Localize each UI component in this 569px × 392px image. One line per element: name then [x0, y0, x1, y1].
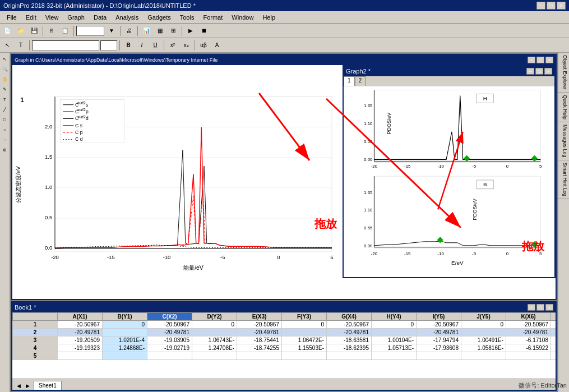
text-tool[interactable]: T: [1, 95, 10, 104]
arrow-tool-btn[interactable]: ↖: [1, 40, 13, 51]
menu-bar: FileEditViewGraphDataAnalysisGadgetsTool…: [0, 11, 569, 24]
sep8: [164, 40, 164, 50]
sep9: [195, 40, 195, 50]
rect-tool[interactable]: □: [1, 115, 10, 124]
sep1: [43, 26, 43, 36]
matrix-btn[interactable]: ⊞: [167, 25, 179, 36]
graph-minimize-btn[interactable]: −: [528, 57, 535, 63]
superscript-btn[interactable]: x²: [166, 40, 179, 51]
save-btn[interactable]: 💾: [28, 25, 40, 36]
stop-btn[interactable]: ⏹: [198, 25, 210, 36]
svg-text:PDOS/eV: PDOS/eV: [472, 199, 478, 220]
print-btn[interactable]: 🖨: [123, 25, 135, 36]
svg-rect-43: [374, 90, 540, 163]
svg-text:-20: -20: [371, 251, 378, 256]
maximize-button[interactable]: □: [547, 2, 556, 10]
menu-item-data[interactable]: Data: [89, 13, 111, 22]
svg-text:分波态密度/eV: 分波态密度/eV: [15, 166, 21, 203]
left-sidebar: ↖ 🔍 ✋ ✎ T ╱ □ ○ → ⊕: [0, 53, 10, 392]
menu-item-view[interactable]: View: [41, 13, 63, 22]
col-header-ex3: E(X3): [237, 313, 282, 321]
sheet-tab-1[interactable]: Sheet1: [34, 381, 62, 390]
arrow-tool[interactable]: →: [1, 135, 10, 144]
graph2-minimize-btn[interactable]: −: [526, 68, 534, 75]
greek-btn[interactable]: αβ: [197, 40, 210, 51]
svg-text:5: 5: [539, 164, 542, 169]
underline-btn[interactable]: U: [149, 40, 161, 51]
pan-tool[interactable]: ✋: [1, 75, 10, 84]
col-header-cx2[interactable]: C(X2): [147, 313, 192, 321]
graph2-tab-1[interactable]: 1: [344, 76, 355, 86]
minimize-button[interactable]: −: [536, 2, 545, 10]
spreadsheet-table-container[interactable]: A(X1) B(Y1) C(X2) D(Y2) E(X3) F(Y3) G(X4…: [12, 312, 556, 379]
book-close-btn[interactable]: ×: [545, 304, 553, 311]
run-btn[interactable]: ▶: [184, 25, 197, 36]
sidebar-quick-help[interactable]: Quick Help: [558, 93, 569, 122]
draw-tool[interactable]: ✎: [1, 85, 10, 94]
sidebar-object-explorer[interactable]: Object Explorer: [558, 53, 569, 93]
graph-maximize-btn[interactable]: □: [536, 57, 544, 63]
menu-item-window[interactable]: Window: [227, 13, 258, 22]
font-select[interactable]: Default: Arial: [32, 40, 99, 50]
line-tool[interactable]: ╱: [1, 105, 10, 114]
svg-text:-5: -5: [472, 251, 477, 256]
content-area: Graph in C:\Users\Administrator\AppData\…: [10, 53, 558, 392]
graph-btn[interactable]: 📊: [140, 25, 152, 36]
svg-rect-61: [374, 176, 540, 248]
graph2-close-btn[interactable]: ×: [544, 68, 552, 75]
symbol-btn[interactable]: Α: [211, 40, 223, 51]
pointer-tool[interactable]: ↖: [1, 54, 10, 63]
book-title-bar: Book1 * − □ ×: [12, 302, 556, 312]
table-btn[interactable]: ▦: [154, 25, 166, 36]
menu-item-analysis[interactable]: Analysis: [111, 13, 143, 22]
svg-text:2.0: 2.0: [45, 123, 52, 130]
menu-item-file[interactable]: File: [2, 13, 21, 22]
data-reader[interactable]: ⊕: [1, 145, 10, 154]
menu-item-edit[interactable]: Edit: [21, 13, 41, 22]
paste-btn[interactable]: 📋: [59, 25, 71, 36]
book-title: Book1 *: [15, 304, 36, 311]
sheet-scroll-right[interactable]: ▶: [24, 382, 31, 390]
menu-item-graph[interactable]: Graph: [63, 13, 89, 22]
book-maximize-btn[interactable]: □: [536, 304, 544, 311]
new-file-btn[interactable]: 📄: [1, 25, 13, 36]
open-btn[interactable]: 📁: [15, 25, 27, 36]
font-size-input[interactable]: 0: [100, 40, 117, 50]
svg-text:0: 0: [506, 164, 509, 169]
menu-item-gadgets[interactable]: Gadgets: [143, 13, 175, 22]
close-button[interactable]: ×: [557, 2, 566, 10]
svg-text:C p: C p: [75, 130, 83, 135]
bold-btn[interactable]: B: [122, 40, 135, 51]
svg-text:-20: -20: [371, 164, 378, 169]
menu-item-format[interactable]: Format: [198, 13, 227, 22]
col-header-hy4: H(Y4): [372, 313, 417, 321]
menu-item-help[interactable]: Help: [258, 13, 280, 22]
italic-btn[interactable]: I: [136, 40, 148, 51]
zoom-down-btn[interactable]: ▼: [105, 25, 118, 36]
graph2-maximize-btn[interactable]: □: [535, 68, 543, 75]
menu-item-tools[interactable]: Tools: [175, 13, 199, 22]
table-row: 2-20.49781-20.49781-20.49781-20.49781-20…: [13, 329, 556, 336]
table-row: 5: [13, 352, 556, 360]
sheet-scroll-left[interactable]: ◀: [15, 382, 22, 390]
zoom-tool[interactable]: 🔍: [1, 64, 10, 73]
graph2-tab-2[interactable]: 2: [355, 76, 366, 86]
text-tool-btn[interactable]: T: [15, 40, 27, 51]
book-minimize-btn[interactable]: −: [528, 304, 535, 311]
ellipse-tool[interactable]: ○: [1, 125, 10, 134]
svg-text:-15: -15: [404, 251, 411, 256]
copy-btn[interactable]: ⎘: [45, 25, 58, 36]
svg-text:-10: -10: [163, 254, 171, 260]
svg-rect-21: [61, 99, 124, 142]
watermark: 微信号: EditorTan: [519, 381, 567, 390]
table-row: 3-19.205091.0201E-4-19.039051.06743E--18…: [13, 336, 556, 344]
title-bar: OriginPro 2018 32-bit (Administrator) - …: [0, 0, 569, 11]
subscript-btn[interactable]: x₂: [180, 40, 192, 51]
graph-close-btn[interactable]: ×: [545, 57, 553, 63]
zoom-input[interactable]: 100%: [76, 26, 104, 36]
sidebar-messages-log[interactable]: Messages Log: [558, 122, 569, 160]
svg-text:-15: -15: [107, 254, 115, 260]
main-graph-title: Graph in C:\Users\Administrator\AppData\…: [15, 57, 526, 63]
sidebar-smart-hint-log[interactable]: Smart Hint Log: [558, 160, 569, 199]
sheet-tabs: ◀ ▶ Sheet1: [12, 379, 556, 390]
